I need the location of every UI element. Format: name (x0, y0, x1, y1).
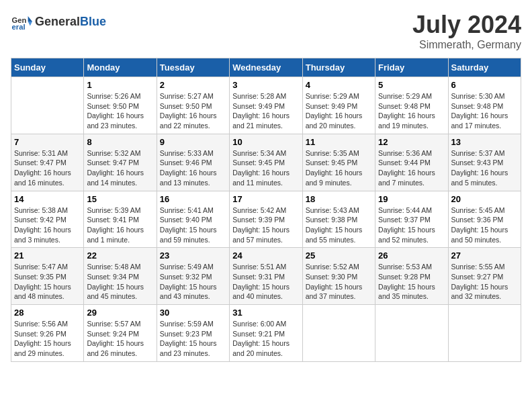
cell-info: Sunrise: 5:47 AMSunset: 9:35 PMDaylight:… (14, 262, 81, 302)
cell-info: Sunrise: 5:26 AMSunset: 9:50 PMDaylight:… (87, 91, 153, 131)
weekday-header-thursday: Thursday (302, 58, 375, 77)
logo-icon: Gen eral (11, 11, 32, 32)
day-number: 28 (14, 308, 81, 318)
day-number: 15 (87, 194, 153, 204)
logo-general: General (35, 15, 80, 28)
svg-marker-2 (28, 16, 32, 21)
day-number: 6 (451, 80, 518, 90)
calendar-cell: 19Sunrise: 5:44 AMSunset: 9:37 PMDayligh… (375, 191, 448, 248)
cell-info: Sunrise: 5:37 AMSunset: 9:43 PMDaylight:… (451, 148, 518, 188)
cell-info: Sunrise: 5:32 AMSunset: 9:47 PMDaylight:… (87, 148, 153, 188)
day-number: 10 (232, 137, 299, 147)
calendar-cell: 14Sunrise: 5:38 AMSunset: 9:42 PMDayligh… (11, 191, 84, 248)
logo-text: GeneralBlue (35, 15, 106, 29)
cell-info: Sunrise: 5:28 AMSunset: 9:49 PMDaylight:… (232, 91, 299, 131)
calendar-cell: 26Sunrise: 5:53 AMSunset: 9:28 PMDayligh… (375, 248, 448, 305)
cell-info: Sunrise: 5:49 AMSunset: 9:32 PMDaylight:… (160, 262, 226, 302)
cell-info: Sunrise: 5:48 AMSunset: 9:34 PMDaylight:… (87, 262, 153, 302)
day-number: 1 (87, 80, 153, 90)
cell-info: Sunrise: 5:57 AMSunset: 9:24 PMDaylight:… (87, 319, 153, 359)
day-number: 14 (14, 194, 81, 204)
calendar-cell (375, 305, 448, 362)
cell-info: Sunrise: 5:55 AMSunset: 9:27 PMDaylight:… (451, 262, 518, 302)
day-number: 21 (14, 250, 81, 261)
day-number: 22 (87, 250, 153, 261)
day-number: 5 (378, 80, 445, 90)
weekday-header-friday: Friday (375, 58, 448, 77)
day-number: 16 (160, 194, 226, 204)
day-number: 11 (306, 137, 372, 147)
calendar-cell (448, 305, 521, 362)
cell-info: Sunrise: 5:51 AMSunset: 9:31 PMDaylight:… (232, 262, 299, 302)
calendar-cell: 18Sunrise: 5:43 AMSunset: 9:38 PMDayligh… (302, 191, 375, 248)
calendar-cell: 7Sunrise: 5:31 AMSunset: 9:47 PMDaylight… (11, 134, 84, 191)
cell-info: Sunrise: 5:34 AMSunset: 9:45 PMDaylight:… (232, 148, 299, 188)
cell-info: Sunrise: 5:44 AMSunset: 9:37 PMDaylight:… (378, 205, 445, 245)
day-number: 26 (378, 250, 445, 261)
svg-text:eral: eral (12, 23, 26, 31)
cell-info: Sunrise: 5:30 AMSunset: 9:48 PMDaylight:… (451, 91, 518, 131)
cell-info: Sunrise: 5:43 AMSunset: 9:38 PMDaylight:… (306, 205, 372, 245)
page-header: Gen eral GeneralBlue July 2024 Simmerath… (11, 11, 521, 51)
cell-info: Sunrise: 5:36 AMSunset: 9:44 PMDaylight:… (378, 148, 445, 188)
calendar-cell: 29Sunrise: 5:57 AMSunset: 9:24 PMDayligh… (84, 305, 157, 362)
calendar-cell: 22Sunrise: 5:48 AMSunset: 9:34 PMDayligh… (84, 248, 157, 305)
cell-info: Sunrise: 5:56 AMSunset: 9:26 PMDaylight:… (14, 319, 81, 359)
calendar-cell: 12Sunrise: 5:36 AMSunset: 9:44 PMDayligh… (375, 134, 448, 191)
cell-info: Sunrise: 5:41 AMSunset: 9:40 PMDaylight:… (160, 205, 226, 245)
week-row-2: 7Sunrise: 5:31 AMSunset: 9:47 PMDaylight… (11, 134, 521, 191)
calendar-cell: 5Sunrise: 5:29 AMSunset: 9:48 PMDaylight… (375, 77, 448, 134)
day-number: 30 (160, 308, 226, 318)
calendar-cell: 13Sunrise: 5:37 AMSunset: 9:43 PMDayligh… (448, 134, 521, 191)
calendar-cell: 6Sunrise: 5:30 AMSunset: 9:48 PMDaylight… (448, 77, 521, 134)
cell-info: Sunrise: 5:29 AMSunset: 9:49 PMDaylight:… (306, 91, 372, 131)
calendar-cell: 24Sunrise: 5:51 AMSunset: 9:31 PMDayligh… (230, 248, 302, 305)
svg-marker-3 (28, 21, 32, 26)
calendar-cell: 21Sunrise: 5:47 AMSunset: 9:35 PMDayligh… (11, 248, 84, 305)
week-row-3: 14Sunrise: 5:38 AMSunset: 9:42 PMDayligh… (11, 191, 521, 248)
calendar-cell: 16Sunrise: 5:41 AMSunset: 9:40 PMDayligh… (157, 191, 229, 248)
calendar-cell: 11Sunrise: 5:35 AMSunset: 9:45 PMDayligh… (302, 134, 375, 191)
cell-info: Sunrise: 5:39 AMSunset: 9:41 PMDaylight:… (87, 205, 153, 245)
weekday-header-tuesday: Tuesday (157, 58, 229, 77)
day-number: 19 (378, 194, 445, 204)
day-number: 18 (306, 194, 372, 204)
calendar-cell: 9Sunrise: 5:33 AMSunset: 9:46 PMDaylight… (157, 134, 229, 191)
day-number: 7 (14, 137, 81, 147)
day-number: 2 (160, 80, 226, 90)
calendar-cell: 27Sunrise: 5:55 AMSunset: 9:27 PMDayligh… (448, 248, 521, 305)
cell-info: Sunrise: 5:45 AMSunset: 9:36 PMDaylight:… (451, 205, 518, 245)
day-number: 12 (378, 137, 445, 147)
day-number: 13 (451, 137, 518, 147)
calendar-cell: 1Sunrise: 5:26 AMSunset: 9:50 PMDaylight… (84, 77, 157, 134)
calendar-cell: 3Sunrise: 5:28 AMSunset: 9:49 PMDaylight… (230, 77, 302, 134)
weekday-header-sunday: Sunday (11, 58, 84, 77)
calendar-cell: 4Sunrise: 5:29 AMSunset: 9:49 PMDaylight… (302, 77, 375, 134)
week-row-4: 21Sunrise: 5:47 AMSunset: 9:35 PMDayligh… (11, 248, 521, 305)
weekday-header-saturday: Saturday (448, 58, 521, 77)
cell-info: Sunrise: 5:53 AMSunset: 9:28 PMDaylight:… (378, 262, 445, 302)
day-number: 17 (232, 194, 299, 204)
day-number: 25 (306, 250, 372, 261)
day-number: 3 (232, 80, 299, 90)
weekday-header-monday: Monday (84, 58, 157, 77)
day-number: 29 (87, 308, 153, 318)
cell-info: Sunrise: 5:42 AMSunset: 9:39 PMDaylight:… (232, 205, 299, 245)
calendar-cell: 30Sunrise: 5:59 AMSunset: 9:23 PMDayligh… (157, 305, 229, 362)
cell-info: Sunrise: 5:27 AMSunset: 9:50 PMDaylight:… (160, 91, 226, 131)
day-number: 24 (232, 250, 299, 261)
day-number: 27 (451, 250, 518, 261)
cell-info: Sunrise: 5:59 AMSunset: 9:23 PMDaylight:… (160, 319, 226, 359)
calendar-cell: 2Sunrise: 5:27 AMSunset: 9:50 PMDaylight… (157, 77, 229, 134)
cell-info: Sunrise: 5:38 AMSunset: 9:42 PMDaylight:… (14, 205, 81, 245)
calendar-cell: 10Sunrise: 5:34 AMSunset: 9:45 PMDayligh… (230, 134, 302, 191)
cell-info: Sunrise: 6:00 AMSunset: 9:21 PMDaylight:… (232, 319, 299, 359)
calendar-cell: 23Sunrise: 5:49 AMSunset: 9:32 PMDayligh… (157, 248, 229, 305)
day-number: 9 (160, 137, 226, 147)
calendar-table: SundayMondayTuesdayWednesdayThursdayFrid… (11, 58, 521, 362)
cell-info: Sunrise: 5:52 AMSunset: 9:30 PMDaylight:… (306, 262, 372, 302)
weekday-header-row: SundayMondayTuesdayWednesdayThursdayFrid… (11, 58, 521, 77)
calendar-cell: 20Sunrise: 5:45 AMSunset: 9:36 PMDayligh… (448, 191, 521, 248)
cell-info: Sunrise: 5:31 AMSunset: 9:47 PMDaylight:… (14, 148, 81, 188)
location: Simmerath, Germany (412, 39, 521, 51)
